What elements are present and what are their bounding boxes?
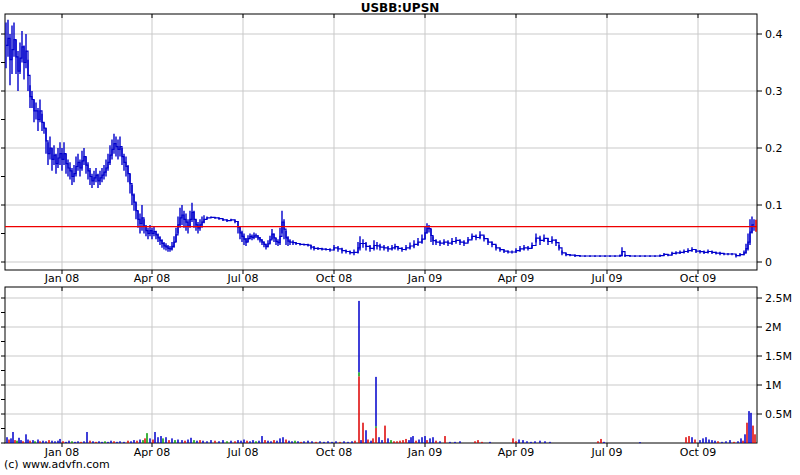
volume-bar bbox=[51, 441, 53, 443]
volume-bar bbox=[694, 440, 696, 443]
volume-bar bbox=[303, 441, 305, 443]
volume-bar bbox=[358, 372, 360, 376]
volume-bar bbox=[729, 440, 731, 443]
volume-bar bbox=[152, 440, 154, 443]
volume-bar bbox=[39, 441, 41, 443]
volume-bar bbox=[375, 377, 377, 426]
volume-bar bbox=[387, 438, 389, 443]
volume-bar bbox=[752, 426, 754, 443]
volume-bar bbox=[116, 442, 118, 443]
volume-bar bbox=[210, 440, 212, 443]
volume-bar bbox=[297, 441, 299, 443]
volume-bar bbox=[343, 441, 345, 443]
volume-bar bbox=[489, 442, 491, 443]
volume-bar bbox=[252, 440, 254, 443]
volume-bar bbox=[92, 441, 94, 443]
volume-bar bbox=[199, 440, 201, 443]
volume-bar bbox=[432, 437, 434, 443]
price-volume-chart: 00.10.20.30.4Jan 08Apr 08Jul 08Oct 08Jan… bbox=[0, 0, 800, 475]
volume-bar bbox=[370, 441, 372, 443]
x-axis-label: Apr 09 bbox=[498, 272, 535, 285]
volume-bar bbox=[12, 432, 14, 443]
volume-bar bbox=[77, 441, 79, 443]
volume-bar bbox=[405, 439, 407, 443]
y-axis-label: 0.3 bbox=[765, 85, 783, 98]
volume-bar bbox=[393, 441, 395, 443]
volume-bar bbox=[733, 442, 735, 443]
volume-bar bbox=[157, 437, 159, 443]
volume-bar bbox=[699, 440, 701, 443]
volume-bar bbox=[539, 441, 541, 443]
volume-bar bbox=[415, 441, 417, 443]
volume-bar bbox=[71, 441, 73, 443]
volume-bar bbox=[206, 441, 208, 443]
volume-bar bbox=[358, 301, 360, 372]
volume-bar bbox=[477, 440, 479, 443]
x-axis-label: Jul 09 bbox=[591, 446, 623, 459]
volume-bar bbox=[184, 441, 186, 443]
volume-bar bbox=[378, 437, 380, 443]
volume-bar bbox=[202, 441, 204, 443]
volume-bar bbox=[639, 442, 641, 443]
volume-bar bbox=[160, 436, 162, 443]
volume-bar bbox=[83, 441, 85, 443]
volume-bar bbox=[375, 426, 377, 428]
volume-bar bbox=[285, 440, 287, 443]
y-axis-label: 0.2 bbox=[765, 142, 783, 155]
volume-bar bbox=[246, 441, 248, 443]
volume-bar bbox=[267, 441, 269, 443]
x-axis-label: Oct 08 bbox=[316, 272, 353, 285]
x-axis-label: Apr 09 bbox=[498, 446, 535, 459]
volume-bar bbox=[410, 437, 412, 443]
volume-bar bbox=[234, 441, 236, 443]
volume-bar bbox=[27, 440, 29, 443]
volume-bar bbox=[110, 441, 112, 443]
volume-bar bbox=[288, 441, 290, 443]
x-axis-label: Jan 09 bbox=[407, 272, 442, 285]
volume-bar bbox=[107, 442, 109, 443]
volume-bar bbox=[534, 441, 536, 443]
volume-bar bbox=[375, 428, 377, 443]
x-axis-label: Jan 09 bbox=[407, 446, 442, 459]
volume-bar bbox=[721, 442, 723, 443]
volume-bar bbox=[62, 441, 64, 443]
volume-bar bbox=[300, 442, 302, 443]
volume-bar bbox=[264, 440, 266, 443]
volume-bar bbox=[319, 441, 321, 443]
volume-bar bbox=[74, 442, 76, 443]
volume-bar bbox=[136, 441, 138, 443]
volume-bar bbox=[367, 440, 369, 443]
y-axis-label: 1M bbox=[765, 379, 782, 392]
volume-bar bbox=[165, 437, 167, 443]
volume-bar bbox=[258, 441, 260, 443]
volume-bar bbox=[42, 441, 44, 443]
volume-bar bbox=[130, 441, 132, 443]
volume-bar bbox=[702, 438, 704, 443]
volume-bar bbox=[276, 441, 278, 443]
volume-bar bbox=[37, 440, 39, 443]
y-axis-label: 0.5M bbox=[765, 408, 792, 421]
x-axis-label: Jul 09 bbox=[591, 272, 623, 285]
volume-bar bbox=[133, 440, 135, 443]
volume-bar bbox=[8, 440, 10, 443]
volume-bar bbox=[57, 441, 59, 443]
x-axis-label: Oct 09 bbox=[680, 272, 717, 285]
stock-chart-page: USBB:UPSN 00.10.20.30.4Jan 08Apr 08Jul 0… bbox=[0, 0, 800, 475]
volume-bar bbox=[444, 436, 446, 443]
volume-bar bbox=[174, 440, 176, 443]
volume-bar bbox=[481, 442, 483, 443]
volume-bar bbox=[746, 423, 748, 443]
volume-bar bbox=[323, 442, 325, 443]
volume-bar bbox=[127, 441, 129, 443]
volume-bar bbox=[294, 441, 296, 443]
volume-bar bbox=[597, 441, 599, 443]
volume-bar bbox=[603, 442, 605, 443]
volume-bar bbox=[214, 441, 216, 443]
volume-bar bbox=[311, 441, 313, 443]
volume-bar bbox=[146, 433, 148, 443]
volume-bar bbox=[708, 440, 710, 443]
y-axis-label: 1.5M bbox=[765, 350, 792, 363]
volume-bar bbox=[530, 442, 532, 443]
volume-bar bbox=[98, 441, 100, 443]
plot-border bbox=[5, 287, 757, 443]
